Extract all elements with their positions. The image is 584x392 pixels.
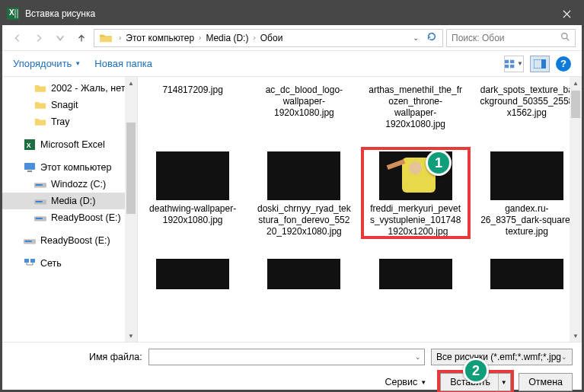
scroll-thumb[interactable]	[126, 123, 136, 214]
scroll-up-icon[interactable]: ▲	[125, 77, 137, 89]
file-thumbnail	[267, 259, 340, 289]
excel-icon	[7, 8, 19, 20]
svg-rect-9	[24, 163, 35, 170]
breadcrumb[interactable]: › Этот компьютер › Media (D:) › Обои ⌄	[94, 29, 443, 47]
grid-scrollbar[interactable]: ▲ ▼	[570, 77, 582, 342]
folder-icon	[99, 33, 113, 43]
svg-rect-19	[24, 259, 29, 263]
back-button[interactable]	[8, 29, 27, 47]
tree-excel[interactable]: X Microsoft Excel	[2, 136, 137, 153]
preview-pane-button[interactable]	[530, 56, 550, 72]
file-item[interactable]	[480, 259, 574, 289]
view-mode-button[interactable]: ▼	[504, 56, 524, 72]
file-thumbnail	[490, 259, 563, 289]
scroll-thumb[interactable]	[571, 91, 580, 118]
organize-menu[interactable]: Упорядочить ▼	[13, 58, 81, 69]
annotation-1: 1	[426, 150, 452, 176]
scroll-down-icon[interactable]: ▼	[570, 330, 582, 342]
close-button[interactable]	[551, 2, 582, 25]
tree-this-pc[interactable]: Этот компьютер	[2, 159, 137, 176]
tree-folder[interactable]: Snagit	[2, 97, 137, 113]
svg-rect-12	[36, 184, 43, 186]
file-thumbnail	[379, 259, 452, 289]
file-grid[interactable]: 714817209.jpg ac_dc_blood_logo-wallpaper…	[138, 77, 582, 342]
tree-readyboost[interactable]: ReadyBoost (E:)	[2, 232, 137, 249]
file-item[interactable]: deathwing-wallpaper-1920x1080.jpg	[145, 151, 240, 237]
service-menu[interactable]: Сервис ▼	[385, 377, 426, 387]
svg-rect-16	[36, 218, 43, 219]
window-title: Вставка рисунка	[25, 8, 551, 19]
search-input[interactable]: Поиск: Обои	[446, 29, 576, 47]
breadcrumb-folder[interactable]: Обои	[259, 33, 285, 43]
svg-rect-10	[27, 171, 32, 172]
file-item[interactable]	[145, 259, 240, 289]
tree-folder[interactable]: Tray	[2, 113, 137, 130]
tree-drive-d[interactable]: Media (D:)	[2, 193, 137, 209]
file-item[interactable]: gandex.ru-26_8375_dark-square-texture.jp…	[480, 151, 574, 237]
file-item[interactable]: 714817209.jpg	[145, 81, 240, 130]
tree-folder[interactable]: 2002 - Жаль, нет	[2, 80, 137, 97]
chevron-down-icon: ▼	[420, 379, 426, 386]
recent-dropdown[interactable]	[51, 29, 69, 47]
filetype-filter[interactable]: Все рисунки (*.emf;*.wmf;*.jpg ⌄	[431, 349, 573, 365]
forward-button[interactable]	[30, 29, 48, 47]
refresh-button[interactable]	[423, 31, 441, 45]
svg-rect-18	[25, 241, 32, 242]
svg-rect-3	[505, 64, 509, 67]
svg-rect-14	[36, 201, 43, 202]
file-item[interactable]	[369, 259, 463, 289]
svg-text:X: X	[27, 142, 31, 149]
chevron-right-icon: ›	[116, 33, 124, 42]
file-thumbnail	[490, 151, 563, 200]
filename-input[interactable]: ⌄	[148, 349, 425, 365]
chevron-down-icon: ⌄	[561, 353, 567, 361]
file-item[interactable]: ac_dc_blood_logo-wallpaper-1920x1080.jpg	[257, 81, 351, 130]
folder-tree[interactable]: 2002 - Жаль, нет Snagit Tray X Microsoft…	[2, 77, 138, 342]
scroll-up-icon[interactable]: ▲	[570, 77, 582, 89]
chevron-down-icon: ▼	[75, 60, 81, 67]
scroll-down-icon[interactable]: ▼	[125, 330, 137, 342]
chevron-down-icon[interactable]: ⌄	[415, 353, 421, 361]
file-thumbnail	[156, 151, 229, 200]
tree-drive-c[interactable]: Windozz (C:)	[2, 176, 137, 193]
svg-rect-4	[510, 64, 514, 67]
chevron-right-icon: ›	[196, 33, 204, 42]
tree-network[interactable]: Сеть	[2, 255, 137, 272]
help-button[interactable]: ?	[556, 56, 571, 72]
file-item[interactable]	[257, 259, 351, 289]
search-icon	[560, 32, 570, 44]
up-button[interactable]	[72, 29, 91, 47]
cancel-button[interactable]: Отмена	[519, 373, 573, 391]
annotation-2: 2	[463, 358, 489, 384]
tree-drive-e[interactable]: ReadyBoost (E:)	[2, 209, 137, 226]
chevron-right-icon: ›	[250, 33, 258, 42]
search-placeholder: Поиск: Обои	[452, 33, 505, 43]
breadcrumb-pc[interactable]: Этот компьютер	[124, 33, 196, 43]
svg-rect-2	[510, 59, 514, 62]
tree-scrollbar[interactable]: ▲ ▼	[125, 77, 137, 342]
svg-point-0	[562, 33, 567, 38]
svg-rect-1	[505, 59, 509, 62]
file-thumbnail	[156, 259, 229, 289]
svg-rect-20	[30, 259, 35, 263]
insert-dropdown[interactable]: ▼	[498, 374, 509, 390]
file-thumbnail	[267, 151, 340, 200]
new-folder-button[interactable]: Новая папка	[94, 58, 152, 69]
filename-label: Имя файла:	[11, 352, 142, 362]
file-item[interactable]: dark_spots_texture_background_50355_2558…	[480, 81, 574, 130]
chevron-down-icon[interactable]: ⌄	[409, 33, 423, 42]
breadcrumb-drive[interactable]: Media (D:)	[204, 33, 250, 43]
chevron-down-icon: ▼	[517, 60, 523, 67]
file-item[interactable]: arthas_menethil_the_frozen_throne-wallpa…	[369, 81, 463, 130]
file-item[interactable]: doski_chrnyy_ryad_tekstura_fon_derevo_55…	[257, 151, 351, 237]
svg-rect-6	[541, 59, 546, 69]
